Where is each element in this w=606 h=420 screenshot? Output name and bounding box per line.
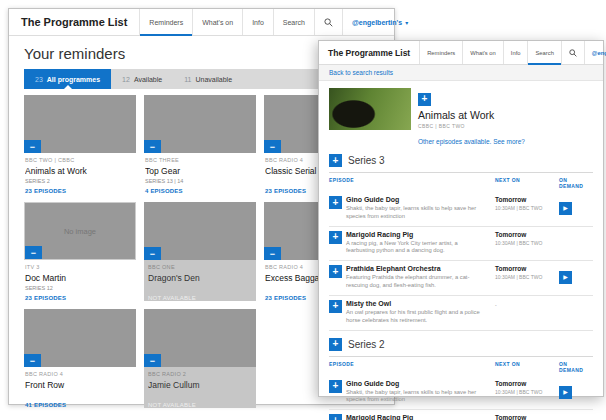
- column-next-on: NEXT ON: [495, 177, 559, 189]
- nav-whats-on[interactable]: What's on: [462, 41, 503, 64]
- programme-channel: CBBC | BBC TWO: [418, 123, 525, 129]
- nav-search-label: Search: [535, 50, 553, 56]
- next-on-day: Tomorrow: [495, 414, 559, 420]
- app-header: The Programme List Reminders What's on I…: [9, 9, 394, 36]
- card-body: BBC TWO | CBBC Animals at Work SERIES 2 …: [24, 153, 136, 194]
- card-body: ITV 3 Doc Martin SERIES 12 23 EPISODES: [24, 260, 136, 301]
- programme-card-dragons-den[interactable]: − BBC ONE Dragon's Den NOT AVAILABLE: [144, 202, 256, 301]
- card-title: Doc Martin: [25, 273, 135, 283]
- user-menu[interactable]: @engelbertin's▾: [584, 41, 606, 64]
- episode-row: + Gino Guide Dog Shakti, the baby tapir,…: [329, 376, 593, 410]
- episode-description: Featuring Prathida the elephant drummer,…: [346, 274, 495, 290]
- programme-card-front-row[interactable]: − BBC RADIO 4 Front Row 41 EPISODES: [24, 309, 136, 408]
- remove-reminder-button[interactable]: −: [264, 247, 281, 260]
- minus-icon: −: [270, 142, 275, 152]
- minus-icon: −: [150, 249, 155, 259]
- programme-card-jamie-cullum[interactable]: − BBC RADIO 2 Jamie Cullum NOT AVAILABLE: [144, 309, 256, 408]
- card-body: BBC THREE Top Gear SERIES 13 | 14 4 EPIS…: [144, 153, 256, 194]
- plus-icon: +: [333, 300, 339, 311]
- card-title: Dragon's Den: [148, 273, 252, 283]
- card-series: [25, 392, 135, 399]
- episode-row: + Prathida Elephant Orchestra Featuring …: [329, 260, 593, 295]
- tab-count: 11: [184, 76, 191, 83]
- back-to-search-results-link[interactable]: Back to search results: [329, 69, 393, 76]
- column-on-demand: ON DEMAND: [559, 361, 593, 373]
- programme-card-top-gear[interactable]: − BBC THREE Top Gear SERIES 13 | 14 4 EP…: [144, 95, 256, 194]
- nav-info-label: Info: [252, 19, 264, 26]
- next-on-day: Tomorrow: [495, 231, 559, 238]
- on-demand-cell: ▶: [559, 196, 593, 215]
- programme-detail-header: + Animals at Work CBBC | BBC TWO Other e…: [319, 81, 603, 147]
- add-episode-reminder-button[interactable]: +: [329, 300, 342, 313]
- next-on-detail: 10:30AM | BBC TWO: [495, 274, 559, 280]
- remove-reminder-button[interactable]: −: [24, 140, 41, 153]
- main-nav: Reminders What's on Info Search @engelbe…: [139, 9, 417, 35]
- nav-reminders[interactable]: Reminders: [419, 41, 462, 64]
- nav-reminders-label: Reminders: [149, 19, 183, 26]
- add-episode-reminder-button[interactable]: +: [329, 196, 342, 209]
- programme-title: Animals at Work: [418, 109, 525, 121]
- next-on-cell: Tomorrow 10:30AM | BBC TWO: [495, 265, 559, 280]
- episode-title: Gino Guide Dog: [346, 196, 495, 203]
- remove-reminder-button[interactable]: −: [144, 247, 161, 260]
- play-on-demand-button[interactable]: ▶: [559, 386, 572, 399]
- tab-available[interactable]: 12 Available: [111, 69, 173, 89]
- programme-image: −: [144, 202, 256, 260]
- add-episode-reminder-button[interactable]: +: [329, 414, 342, 420]
- programme-image: −: [144, 309, 256, 367]
- remove-reminder-button[interactable]: −: [264, 140, 281, 153]
- card-episodes-link[interactable]: 4 EPISODES: [145, 188, 255, 194]
- tab-all-programmes[interactable]: 23 All programmes: [24, 69, 111, 89]
- nav-whats-on[interactable]: What's on: [192, 9, 242, 35]
- episode-info: Marigold Racing Pig A racing pig, a New …: [346, 414, 495, 420]
- chevron-down-icon: ▾: [405, 19, 408, 26]
- programme-info: + Animals at Work CBBC | BBC TWO Other e…: [418, 88, 525, 145]
- add-episode-reminder-button[interactable]: +: [329, 231, 342, 244]
- search-icon[interactable]: [314, 9, 342, 35]
- next-on-cell: Tomorrow 10:30AM | BBC TWO: [495, 380, 559, 395]
- card-series: SERIES 13 | 14: [145, 178, 255, 185]
- play-on-demand-button[interactable]: ▶: [559, 202, 572, 215]
- card-episodes-link[interactable]: 23 EPISODES: [25, 295, 135, 301]
- episode-description: Shakti, the baby tapir, learns skills to…: [346, 205, 495, 221]
- card-episodes-link[interactable]: 23 EPISODES: [25, 188, 135, 194]
- card-body: BBC RADIO 4 Front Row 41 EPISODES: [24, 367, 136, 408]
- nav-search[interactable]: Search: [273, 9, 314, 35]
- nav-reminders[interactable]: Reminders: [139, 9, 192, 35]
- nav-reminders-label: Reminders: [427, 50, 455, 56]
- card-channel: BBC RADIO 2: [148, 371, 252, 378]
- user-menu[interactable]: @engelbertin's▾: [342, 9, 417, 35]
- nav-info[interactable]: Info: [503, 41, 528, 64]
- plus-icon: +: [333, 197, 339, 208]
- programme-card-doc-martin[interactable]: No image − ITV 3 Doc Martin SERIES 12 23…: [24, 202, 136, 301]
- remove-reminder-button[interactable]: −: [144, 354, 161, 367]
- tab-unavailable[interactable]: 11 Unavailable: [173, 69, 243, 89]
- card-title: Jamie Cullum: [148, 380, 252, 390]
- add-series-reminder-button[interactable]: +: [329, 154, 342, 167]
- card-episodes-link[interactable]: 41 EPISODES: [25, 402, 135, 408]
- username: @engelbertin's: [592, 50, 606, 56]
- series-3-episode-table: EPISODE NEXT ON ON DEMAND + Gino Guide D…: [329, 172, 593, 331]
- add-episode-reminder-button[interactable]: +: [329, 380, 342, 393]
- other-episodes-link[interactable]: Other episodes available. See more?: [418, 138, 525, 145]
- search-icon[interactable]: [561, 41, 584, 64]
- app-header: The Programme List Reminders What's on I…: [319, 41, 603, 65]
- add-programme-reminder-button[interactable]: +: [418, 93, 431, 106]
- add-episode-reminder-button[interactable]: +: [329, 265, 342, 278]
- series-3-header: + Series 3: [319, 147, 603, 172]
- play-on-demand-button[interactable]: ▶: [559, 271, 572, 284]
- remove-reminder-button[interactable]: −: [24, 354, 41, 367]
- nav-info-label: Info: [511, 50, 521, 56]
- next-on-day: -: [495, 302, 559, 308]
- nav-info[interactable]: Info: [242, 9, 273, 35]
- programme-card-animals-at-work[interactable]: − BBC TWO | CBBC Animals at Work SERIES …: [24, 95, 136, 194]
- play-icon: ▶: [563, 389, 568, 395]
- remove-reminder-button[interactable]: −: [144, 140, 161, 153]
- remove-reminder-button[interactable]: −: [25, 246, 42, 259]
- card-availability-status: NOT AVAILABLE: [148, 295, 252, 301]
- nav-search[interactable]: Search: [527, 41, 560, 64]
- on-demand-cell: ▶: [559, 414, 593, 420]
- episode-info: Misty the Owl An owl prepares for his fi…: [346, 300, 495, 325]
- add-series-reminder-button[interactable]: +: [329, 338, 342, 351]
- episode-description: An owl prepares for his first public fli…: [346, 309, 495, 325]
